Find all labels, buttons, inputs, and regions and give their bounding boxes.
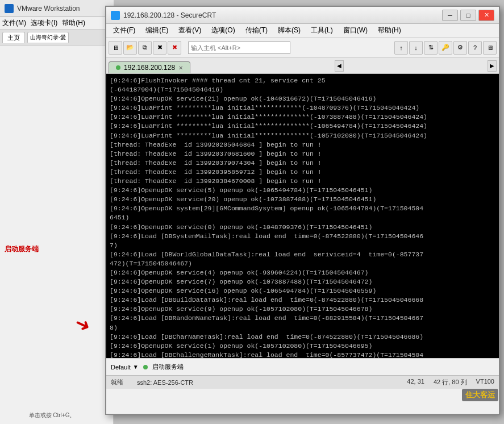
terminal-line: [9:24:6]Load [DBWorldGlobalDataTask]:rea… — [110, 250, 495, 259]
terminal-line: [thread: TheadExe id 139920395859712 ] b… — [110, 168, 495, 177]
terminal-line: [thread: TheadExe id 139920379074304 ] b… — [110, 159, 495, 168]
terminal-line: [9:24:6]Load [DBChallengeRankTask]:real … — [110, 351, 495, 358]
session-connected-dot — [116, 65, 120, 70]
session-selector-label: Default — [111, 364, 131, 371]
status-line-col: 42 行, 80 列 — [434, 378, 467, 386]
menu-transfer[interactable]: 传输(T) — [241, 24, 272, 36]
status-position: 42, 31 — [407, 378, 424, 386]
vmware-menu-file[interactable]: 文件(M) — [2, 18, 26, 28]
vmware-menubar: 文件(M) 选项卡(I) 帮助(H) — [0, 17, 114, 30]
securecrt-window-title: 192.168.200.128 - SecureCRT — [123, 11, 216, 19]
toolbar-extra-btn[interactable]: 🖥 — [483, 41, 497, 55]
securecrt-menubar: 文件(F) 编辑(E) 查看(V) 选项(O) 传输(T) 脚本(S) 工具(L… — [106, 24, 499, 38]
window-controls: ─ □ ✕ — [442, 10, 494, 21]
terminal-line: [9:24:6]OpenupOK service(0) openup ok(-1… — [110, 223, 495, 232]
vmware-tab-home[interactable]: 主页 — [2, 32, 25, 43]
status-connected: 就绪 — [111, 378, 123, 386]
status-right: 42, 31 42 行, 80 列 VT100 — [407, 378, 494, 386]
terminal-line: [9:24:6]Load [DBRandomNameTask]:real loa… — [110, 314, 495, 323]
terminal-line: [thread: TheadExe id 139920370681600 ] b… — [110, 149, 495, 159]
securecrt-toolbar: 🖥 📂 ⧉ ✖ ✖ ↑ ↓ ⇅ 🔑 ⚙ ? 🖥 — [106, 38, 499, 58]
session-tab-close[interactable]: ✕ — [178, 65, 183, 71]
terminal-line: [thread: TheadExe id 139920384670008 ] b… — [110, 177, 495, 186]
terminal-line: [9:24:6]Load [DBSystemMailTask]:real loa… — [110, 232, 495, 241]
securecrt-title-left: 192.168.200.128 - SecureCRT — [111, 11, 216, 20]
terminal-line: [9:24:6]OpenupOK service(21) openup ok(-… — [110, 94, 495, 103]
terminal-line: [9:24:6]Load [DBGuildDataTask]:real load… — [110, 296, 495, 305]
menu-options[interactable]: 选项(O) — [207, 24, 239, 36]
terminal-line: [9:24:6]OpenupOK service(5) openup ok(-1… — [110, 186, 495, 195]
terminal-line: [9:24:6]OpenupOK service(1) openup ok(-1… — [110, 342, 495, 351]
securecrt-titlebar: 192.168.200.128 - SecureCRT ─ □ ✕ — [106, 7, 499, 24]
maximize-button[interactable]: □ — [460, 10, 476, 21]
vmware-tabs: 主页 山海奇幻录-愛 — [0, 30, 114, 45]
watermark: 住大客运 — [462, 389, 498, 401]
menu-window[interactable]: 窗口(W) — [339, 24, 372, 36]
vmware-logo-icon — [5, 4, 14, 13]
vmware-menu-tab[interactable]: 选项卡(I) — [31, 18, 57, 28]
minimize-button[interactable]: ─ — [442, 10, 458, 21]
toolbar-reconnect-btn[interactable]: ✖ — [168, 41, 181, 55]
menu-view[interactable]: 查看(V) — [174, 24, 206, 36]
menu-script[interactable]: 脚本(S) — [273, 24, 305, 36]
toolbar-help-btn[interactable]: ? — [468, 41, 482, 55]
vmware-tab-vm-label: 山海奇幻录-愛 — [30, 34, 66, 40]
terminal-line: [thread: TheadExe id 139920205046864 ] b… — [110, 140, 495, 149]
toolbar-upload-btn[interactable]: ↑ — [394, 41, 408, 55]
terminal-line: [9:24:6]OpenupOK service(20) openup ok(-… — [110, 195, 495, 204]
terminal-line: [9:24:6]OpenupOK system[29][GMCommandSys… — [110, 204, 495, 213]
securecrt-statusbar: 就绪 ssh2: AES-256-CTR 42, 31 42 行, 80 列 V… — [106, 375, 499, 389]
toolbar-keygen-btn[interactable]: 🔑 — [439, 41, 452, 55]
terminal-line: [9:24:6]OpenupOK service(4) openup ok(-9… — [110, 268, 495, 277]
toolbar-disconnect-btn[interactable]: ✖ — [153, 41, 166, 55]
terminal-line: 8) — [110, 323, 495, 332]
securecrt-app-icon — [111, 11, 120, 20]
vmware-tab-home-label: 主页 — [7, 34, 20, 41]
toolbar-download-btn[interactable]: ↓ — [409, 41, 423, 55]
click-hint: 单击或按 Ctrl+G。 — [0, 411, 104, 419]
close-button[interactable]: ✕ — [478, 10, 494, 21]
menu-tools[interactable]: 工具(L) — [306, 24, 338, 36]
toolbar-sftp-btn[interactable]: ⇅ — [424, 41, 438, 55]
menu-file[interactable]: 文件(F) — [109, 24, 140, 36]
bottom-session-name: 启动服务端 — [152, 363, 184, 371]
securecrt-tabbar: 192.168.200.128 ✕ ◀ ▶ — [106, 58, 499, 74]
tab-nav-left[interactable]: ◀ — [335, 60, 344, 72]
bottom-sessionbar: Default ▼ 启动服务端 — [106, 358, 499, 375]
terminal-line: [9:24:6]LuaPrint *********lua initial***… — [110, 103, 495, 113]
status-protocol: ssh2: AES-256-CTR — [137, 379, 193, 386]
terminal-line: 6451) — [110, 213, 495, 222]
terminal-line: [9:24:6]OpenupOK service(9) openup ok(-1… — [110, 305, 495, 314]
securecrt-window: 192.168.200.128 - SecureCRT ─ □ ✕ 文件(F) … — [105, 6, 500, 415]
vmware-title: VMware Workstation — [17, 5, 80, 13]
toolbar-host-input[interactable] — [188, 41, 290, 54]
terminal-line: [9:24:6]LuaPrint *********lua initial***… — [110, 122, 495, 131]
toolbar-new-btn[interactable]: 🖥 — [109, 41, 122, 55]
terminal-line: [9:24:6]OpenupOK service(7) openup ok(-1… — [110, 277, 495, 286]
menu-help[interactable]: 帮助(H) — [373, 24, 406, 36]
terminal-line: 472)(T=1715045046467) — [110, 259, 495, 268]
vmware-titlebar: VMware Workstation — [0, 0, 114, 17]
terminal-line: (-644187904)(T=1715045046416) — [110, 85, 495, 94]
session-tab-label: 192.168.200.128 — [124, 64, 175, 72]
toolbar-settings-btn[interactable]: ⚙ — [453, 41, 467, 55]
bottom-connected-dot — [143, 365, 148, 369]
session-selector[interactable]: Default ▼ — [111, 364, 139, 371]
terminal-line: [9:24:6]LuaPrint *********lua initial***… — [110, 131, 495, 140]
status-terminal: VT100 — [476, 378, 494, 386]
menu-edit[interactable]: 编辑(E) — [141, 24, 173, 36]
tab-nav-right[interactable]: ▶ — [488, 60, 497, 72]
terminal-line: [9:24:6]OpenupOK service(16) openup ok(-… — [110, 286, 495, 296]
vmware-panel: VMware Workstation 文件(M) 选项卡(I) 帮助(H) 主页… — [0, 0, 114, 424]
toolbar-open-btn[interactable]: 📂 — [123, 41, 137, 55]
terminal-line: [9:24:6]LuaPrint *********lua initial***… — [110, 113, 495, 122]
terminal-line: 7) — [110, 241, 495, 250]
terminal-line: [9:24:6]FlushInvoker #### thread cnt 21,… — [110, 76, 495, 85]
terminal-area[interactable]: [9:24:6]FlushInvoker #### thread cnt 21,… — [106, 74, 499, 358]
vmware-menu-help[interactable]: 帮助(H) — [62, 18, 85, 28]
dropdown-icon[interactable]: ▼ — [133, 364, 139, 370]
terminal-line: [9:24:6]Load [DBCharNameTask]:real load … — [110, 332, 495, 342]
session-tab[interactable]: 192.168.200.128 ✕ — [109, 61, 190, 73]
toolbar-clone-btn[interactable]: ⧉ — [138, 41, 152, 55]
vmware-tab-vm[interactable]: 山海奇幻录-愛 — [27, 32, 69, 43]
